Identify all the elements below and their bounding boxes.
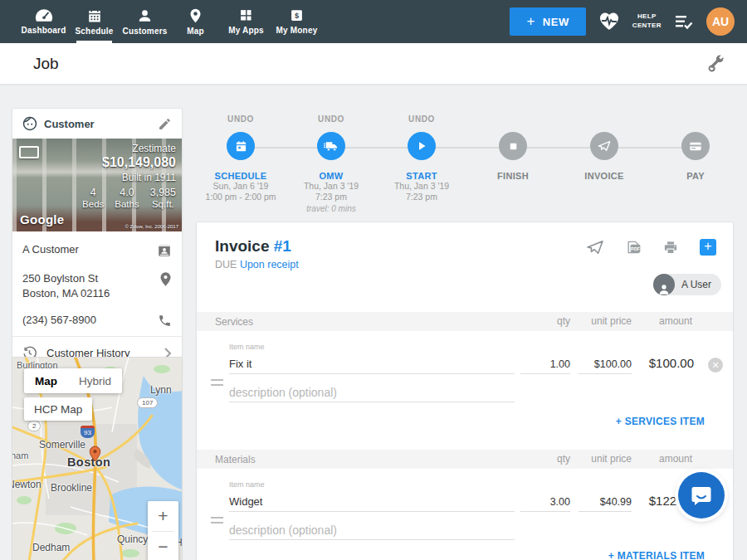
phone-icon[interactable] — [151, 314, 172, 328]
invoice-card: Invoice #1 DUE Upon receipt PDF + A User — [196, 222, 734, 560]
plus-icon: + — [526, 13, 535, 30]
help-center-link[interactable]: HELP CENTER — [632, 12, 662, 31]
material-description-input[interactable] — [229, 520, 515, 540]
zoom-out-button[interactable]: − — [148, 532, 178, 560]
interstate-badge: 93 — [81, 426, 95, 438]
nav-customers[interactable]: Customers — [120, 0, 170, 43]
service-name-input[interactable] — [229, 354, 515, 374]
dashboard-icon — [35, 8, 53, 22]
apps-grid-icon — [239, 8, 253, 22]
map-widget[interactable]: Burlington Lynn Somerville ham Boston Ne… — [12, 357, 183, 560]
map-label: ham — [12, 450, 28, 460]
undo-omw-button[interactable]: UNDO — [285, 114, 378, 124]
map-button[interactable]: Map — [24, 368, 68, 393]
zestimate-overlay: Zestimate $10,149,080 Built in 1911 4Bed… — [82, 143, 176, 209]
service-unit-price-input[interactable] — [579, 354, 632, 374]
google-logo: Google — [20, 212, 64, 226]
assigned-user-chip[interactable]: A User — [653, 274, 721, 295]
streetview-icon — [19, 146, 39, 158]
hybrid-button[interactable]: Hybrid — [68, 368, 122, 393]
map-label: Quincy — [117, 533, 148, 545]
invoice-due: DUE Upon receipt — [215, 259, 299, 270]
services-header: Services qty unit price amount — [197, 312, 733, 331]
invoice-step-icon[interactable] — [590, 132, 618, 160]
assigned-user-name: A User — [681, 279, 711, 290]
map-type-control: Map Hybrid — [24, 368, 122, 393]
materials-item-row: Item name $122.97 ✕ + MATERIALS ITEM — [197, 469, 733, 560]
nav-dashboard[interactable]: Dashboard — [18, 0, 69, 43]
step-start: UNDO START Thu, Jan 3 '19 7:23 pm — [375, 114, 468, 203]
invoice-title: Invoice #1 — [215, 237, 291, 256]
contact-card-icon[interactable] — [150, 243, 172, 258]
step-schedule: UNDO SCHEDULE Sun, Jan 6 '19 1:00 pm - 2… — [194, 114, 287, 203]
route-badge: 107 — [137, 397, 158, 408]
customer-card: Customer Zestimate $10,149,080 Built in … — [12, 108, 183, 370]
material-qty-input[interactable] — [520, 492, 570, 512]
customer-phone-row: (234) 567-8900 — [22, 307, 172, 334]
customers-icon — [137, 8, 153, 23]
undo-schedule-button[interactable]: UNDO — [194, 114, 287, 124]
material-name-input[interactable] — [229, 492, 515, 512]
zillow-copyright: © Zillow, Inc. 2006-2017 — [125, 224, 178, 229]
address-line-2: Boston, MA 02116 — [22, 286, 110, 301]
nav-my-apps[interactable]: My Apps — [221, 0, 271, 43]
map-pin-icon — [189, 8, 202, 23]
nav-schedule[interactable]: Schedule — [69, 0, 120, 43]
send-invoice-icon[interactable] — [586, 240, 604, 255]
start-step-icon[interactable] — [408, 132, 436, 160]
chat-bubble-icon — [690, 484, 713, 507]
schedule-step-icon[interactable] — [227, 132, 255, 160]
user-avatar[interactable]: AU — [706, 7, 735, 36]
location-pin-icon[interactable] — [153, 271, 172, 287]
drag-handle-icon[interactable] — [211, 517, 223, 527]
map-label: Lynn — [150, 384, 172, 396]
drag-handle-icon[interactable] — [211, 379, 223, 389]
add-materials-item-link[interactable]: + MATERIALS ITEM — [608, 550, 705, 560]
map-label: Somerville — [39, 439, 85, 450]
invoice-number: #1 — [274, 237, 291, 255]
nav-map[interactable]: Map — [170, 0, 221, 43]
remove-service-item-button[interactable]: ✕ — [708, 358, 723, 373]
service-amount: $100.00 — [649, 356, 694, 370]
heart-pulse-icon[interactable] — [598, 12, 620, 32]
step-omw: UNDO OMW Thu, Jan 3 '19 7:23 pm travel: … — [285, 114, 378, 214]
svg-text:PDF: PDF — [631, 246, 641, 251]
print-icon[interactable] — [662, 240, 679, 256]
customer-name: A Customer — [22, 243, 79, 256]
finish-step-icon[interactable] — [499, 132, 527, 160]
user-silhouette-icon — [653, 274, 675, 295]
job-progress-steps: UNDO SCHEDULE Sun, Jan 6 '19 1:00 pm - 2… — [196, 114, 734, 216]
service-qty-input[interactable] — [520, 354, 570, 374]
service-description-input[interactable] — [229, 382, 515, 402]
job-location-pin — [89, 446, 101, 462]
task-list-icon[interactable] — [674, 13, 694, 30]
map-label: Brookline — [51, 482, 92, 494]
nav-my-money[interactable]: $ My Money — [271, 0, 322, 43]
omw-step-icon[interactable] — [317, 132, 345, 160]
new-button[interactable]: + NEW — [510, 7, 585, 36]
material-unit-price-input[interactable] — [579, 492, 632, 512]
map-label: Newton — [12, 479, 42, 490]
hcp-map-button[interactable]: HCP Map — [24, 397, 92, 421]
job-tools-icon[interactable] — [706, 54, 725, 74]
schedule-icon — [87, 8, 102, 23]
svg-text:$: $ — [295, 12, 299, 20]
chat-fab-button[interactable] — [678, 472, 725, 519]
edit-customer-icon[interactable] — [158, 117, 172, 131]
money-icon: $ — [290, 8, 304, 22]
property-photo[interactable]: Zestimate $10,149,080 Built in 1911 4Bed… — [12, 139, 182, 231]
pay-step-icon[interactable] — [681, 132, 710, 160]
pdf-icon[interactable]: PDF — [625, 239, 642, 256]
services-item-row: Item name $100.00 ✕ + SERVICES ITEM — [197, 331, 733, 450]
map-label: Dedham — [32, 542, 70, 553]
top-navbar: Dashboard Schedule Customers Map My Apps — [0, 0, 747, 43]
nav-right: + NEW HELP CENTER AU — [510, 0, 747, 43]
customer-phone: (234) 567-8900 — [22, 314, 96, 326]
due-value-link[interactable]: Upon receipt — [240, 259, 299, 270]
step-pay: PAY — [649, 114, 742, 181]
add-invoice-icon[interactable]: + — [700, 239, 716, 256]
undo-start-button[interactable]: UNDO — [375, 114, 468, 124]
page-header: Job — [0, 43, 747, 85]
zoom-in-button[interactable]: + — [148, 501, 178, 531]
add-services-item-link[interactable]: + SERVICES ITEM — [616, 416, 705, 427]
